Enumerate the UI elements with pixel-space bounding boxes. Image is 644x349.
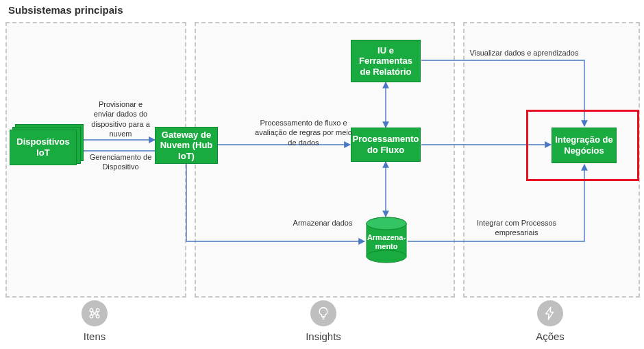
region-insights-caption: Insights — [296, 330, 351, 342]
edge-integrate-label: Integrar com Processos empresariais — [466, 218, 567, 238]
svg-point-11 — [96, 309, 99, 312]
node-ui-tools: IU e Ferramentas de Relatório — [351, 40, 421, 82]
node-storage-label: Armazena- mento — [365, 233, 408, 250]
svg-point-13 — [96, 315, 99, 318]
region-acoes-caption: Ações — [523, 330, 578, 342]
edge-process-label: Processamento de fluxo e avaliação de re… — [253, 118, 354, 147]
svg-point-9 — [367, 217, 406, 230]
node-devices-label: Dispositivos IoT — [13, 136, 73, 158]
node-ui-tools-label: IU e Ferramentas de Relatório — [354, 45, 417, 77]
edge-provision-label: Provisionar e enviar dados do dispositiv… — [88, 99, 153, 139]
highlight-business — [526, 110, 639, 181]
node-devices: Dispositivos IoT — [10, 130, 77, 165]
page-title: Subsistemas principais — [8, 4, 123, 16]
node-gateway-label: Gateway de Nuvem (Hub IoT) — [158, 130, 214, 162]
node-stream: Processamento do Fluxo — [351, 128, 421, 162]
acoes-icon — [537, 300, 563, 326]
edge-manage-label: Gerenciamento de Dispositivo — [88, 152, 153, 172]
svg-point-8 — [367, 250, 406, 263]
region-itens-caption: Itens — [67, 330, 122, 342]
node-stream-label: Processamento do Fluxo — [353, 134, 419, 155]
itens-icon — [82, 300, 108, 326]
edge-visualize-label: Visualizar dados e aprendizados — [466, 48, 582, 58]
edge-store-label: Armazenar dados — [285, 218, 360, 228]
node-storage: Armazena- mento — [365, 217, 408, 267]
svg-point-12 — [90, 315, 93, 318]
insights-icon — [310, 300, 336, 326]
node-gateway: Gateway de Nuvem (Hub IoT) — [155, 127, 218, 164]
svg-point-10 — [90, 309, 93, 312]
